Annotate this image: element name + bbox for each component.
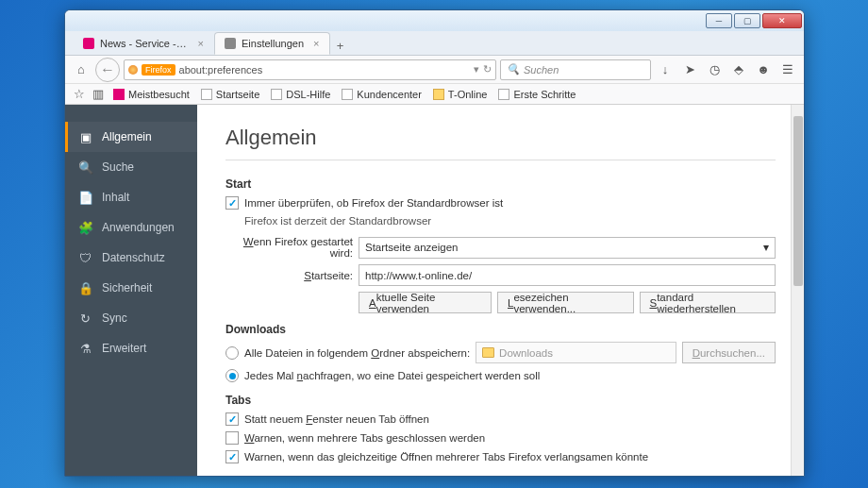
folder-icon — [482, 347, 494, 358]
homepage-label: Startseite: — [225, 270, 353, 281]
sidebar-item-general[interactable]: ▣Allgemein — [65, 122, 197, 152]
face-icon[interactable]: ☻ — [753, 59, 774, 80]
apps-icon: 🧩 — [78, 221, 92, 235]
back-button[interactable]: ← — [95, 58, 120, 82]
prefs-sidebar: ▣Allgemein 🔍Suche 📄Inhalt 🧩Anwendungen 🛡… — [65, 105, 197, 476]
startup-action-select[interactable]: Startseite anzeigen ▾ — [359, 237, 776, 259]
privacy-icon: 🛡 — [78, 251, 92, 265]
homepage-input[interactable] — [359, 264, 776, 286]
general-icon: ▣ — [78, 130, 92, 144]
bookmark-kundencenter[interactable]: Kundencenter — [337, 87, 426, 102]
bookmark-erste-schritte[interactable]: Erste Schritte — [493, 87, 580, 102]
bookmark-startseite[interactable]: Startseite — [196, 87, 264, 102]
sidebar-toggle-icon[interactable]: ▥ — [90, 84, 107, 105]
use-current-button[interactable]: Aktuelle Seite verwenden — [359, 292, 492, 313]
sync-icon: ↻ — [78, 311, 92, 326]
save-to-folder-label: Alle Dateien in folgendem Ordner abspeic… — [244, 347, 470, 359]
telekom-icon — [113, 89, 125, 100]
window-titlebar: ─ ▢ ✕ — [65, 10, 804, 31]
page-title: Allgemein — [225, 126, 776, 160]
page-icon — [271, 89, 282, 100]
sidebar-item-privacy[interactable]: 🛡Datenschutz — [65, 243, 197, 273]
browse-button[interactable]: Durchsuchen... — [682, 342, 776, 363]
browser-window: ─ ▢ ✕ News - Service - Shopping ... × Ei… — [64, 9, 805, 477]
tab-label: Einstellungen — [242, 38, 304, 49]
sidebar-item-security[interactable]: 🔒Sicherheit — [65, 273, 197, 303]
bookmark-dsl-hilfe[interactable]: DSL-Hilfe — [266, 87, 335, 102]
folder-icon — [433, 89, 444, 100]
maximize-button[interactable]: ▢ — [734, 13, 760, 28]
pocket-icon[interactable]: ⬘ — [728, 59, 749, 80]
content-icon: 📄 — [78, 191, 92, 205]
always-ask-radio[interactable] — [225, 369, 239, 382]
scrollbar-thumb[interactable] — [793, 116, 803, 286]
url-scheme-badge: Firefox — [142, 64, 175, 76]
start-heading: Start — [225, 177, 776, 191]
newtab-label: Statt neuem Fenster neuen Tab öffnen — [244, 413, 429, 425]
menu-icon[interactable]: ☰ — [777, 59, 798, 80]
sidebar-item-search[interactable]: 🔍Suche — [65, 152, 197, 182]
url-input[interactable] — [179, 64, 470, 76]
warn-open-label: Warnen, wenn das gleichzeitige Öffnen me… — [244, 451, 648, 463]
sidebar-item-content[interactable]: 📄Inhalt — [65, 182, 197, 212]
new-tab-button[interactable]: + — [330, 36, 351, 55]
advanced-icon: ⚗ — [78, 342, 92, 356]
prefs-main: Allgemein Start Immer überprüfen, ob Fir… — [197, 105, 804, 476]
tab-active[interactable]: Einstellungen × — [214, 32, 330, 55]
default-browser-checkbox[interactable] — [225, 196, 239, 210]
reload-icon[interactable]: ↻ — [483, 63, 492, 76]
downloads-heading: Downloads — [225, 323, 776, 336]
tab-label: News - Service - Shopping ... — [100, 38, 189, 49]
bookmark-meistbesucht[interactable]: Meistbesucht — [108, 87, 194, 102]
default-browser-status: Firefox ist derzeit der Standardbrowser — [244, 215, 776, 227]
warn-close-label: Warnen, wenn mehrere Tabs geschlossen we… — [244, 432, 485, 444]
page-icon — [342, 89, 353, 100]
lock-icon: 🔒 — [78, 281, 92, 295]
page-icon — [498, 89, 509, 100]
favicon-icon — [225, 38, 236, 49]
restore-default-button[interactable]: Standard wiederherstellen — [640, 292, 776, 313]
tab-inactive[interactable]: News - Service - Shopping ... × — [73, 32, 214, 55]
page-icon — [201, 89, 212, 100]
startup-action-label: Wenn Firefox gestartet wird: — [225, 236, 353, 259]
sidebar-item-advanced[interactable]: ⚗Erweitert — [65, 333, 197, 363]
download-folder-field: Downloads — [476, 342, 676, 363]
always-ask-label: Jedes Mal nachfragen, wo eine Datei gesp… — [244, 370, 540, 381]
bookmark-tonline[interactable]: T-Online — [428, 87, 492, 102]
tab-close-icon[interactable]: × — [198, 38, 204, 49]
minimize-button[interactable]: ─ — [706, 13, 732, 28]
newtab-checkbox[interactable] — [225, 412, 239, 426]
nav-toolbar: ⌂ ← Firefox ▾ ↻ 🔍 Suchen ↓ ➤ ◷ ⬘ ☻ ☰ — [65, 56, 804, 84]
search-icon: 🔍 — [78, 160, 92, 175]
search-bar[interactable]: 🔍 Suchen — [500, 59, 651, 80]
sidebar-item-sync[interactable]: ↻Sync — [65, 303, 197, 333]
chevron-down-icon: ▾ — [763, 241, 769, 254]
tab-bar: News - Service - Shopping ... × Einstell… — [65, 31, 804, 56]
content-area: ▣Allgemein 🔍Suche 📄Inhalt 🧩Anwendungen 🛡… — [65, 105, 804, 476]
use-bookmark-button[interactable]: Lesezeichen verwenden... — [497, 292, 634, 313]
search-icon: 🔍 — [507, 63, 520, 76]
home-icon[interactable]: ⌂ — [71, 59, 92, 80]
bookmark-toolbar: ☆ ▥ Meistbesucht Startseite DSL-Hilfe Ku… — [65, 84, 804, 105]
favicon-icon — [83, 38, 94, 49]
share-icon[interactable]: ➤ — [679, 59, 700, 80]
arrow-left-icon: ← — [100, 61, 115, 78]
clock-icon[interactable]: ◷ — [704, 59, 725, 80]
dropdown-icon[interactable]: ▾ — [474, 63, 479, 76]
tabs-heading: Tabs — [225, 394, 776, 407]
star-icon[interactable]: ☆ — [71, 84, 88, 105]
sidebar-item-apps[interactable]: 🧩Anwendungen — [65, 212, 197, 243]
search-placeholder: Suchen — [524, 64, 559, 76]
save-to-folder-radio[interactable] — [225, 346, 239, 360]
warn-open-checkbox[interactable] — [225, 450, 239, 463]
scrollbar[interactable] — [791, 105, 804, 476]
url-bar[interactable]: Firefox ▾ ↻ — [124, 59, 496, 80]
warn-close-checkbox[interactable] — [225, 431, 239, 445]
firefox-icon — [128, 65, 138, 75]
tab-close-icon[interactable]: × — [313, 38, 319, 49]
downloads-icon[interactable]: ↓ — [655, 59, 676, 80]
default-browser-label: Immer überprüfen, ob Firefox der Standar… — [244, 197, 503, 209]
close-button[interactable]: ✕ — [762, 13, 802, 28]
